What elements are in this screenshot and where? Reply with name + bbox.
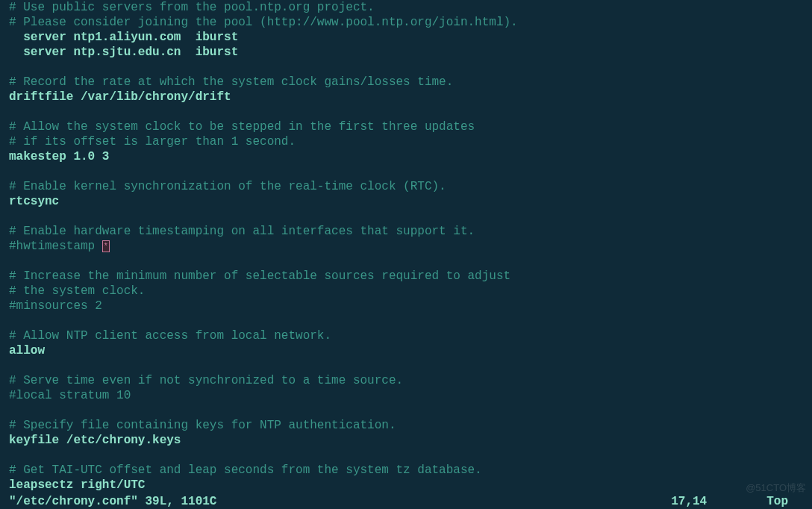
directive-text: allow xyxy=(9,344,45,357)
directive-text: leapsectz right/UTC xyxy=(9,478,145,492)
comment-text: # Use public servers from the pool.ntp.o… xyxy=(9,1,375,14)
editor-line[interactable]: #hwtimestamp xyxy=(9,239,803,254)
directive-text: rtcsync xyxy=(9,195,59,208)
editor-line[interactable]: makestep 1.0 3 xyxy=(9,149,803,164)
directive-text: server ntp.sjtu.edu.cn iburst xyxy=(9,46,238,59)
editor-viewport[interactable]: # Use public servers from the pool.ntp.o… xyxy=(0,0,812,493)
editor-line[interactable]: driftfile /var/lib/chrony/drift xyxy=(9,90,803,104)
editor-line[interactable]: # Get TAI-UTC offset and leap seconds fr… xyxy=(9,463,803,478)
status-file-info: "/etc/chrony.conf" 39L, 1101C xyxy=(9,494,216,509)
comment-text: # Enable hardware timestamping on all in… xyxy=(9,225,475,238)
editor-line[interactable] xyxy=(9,60,803,75)
comment-text: #minsources 2 xyxy=(9,299,102,313)
editor-line[interactable]: rtcsync xyxy=(9,194,803,209)
comment-text: # Please consider joining the pool (http… xyxy=(9,16,518,29)
comment-text: # Allow the system clock to be stepped i… xyxy=(9,120,475,134)
editor-line[interactable]: server ntp.sjtu.edu.cn iburst xyxy=(9,45,803,60)
comment-text: # the system clock. xyxy=(9,284,145,298)
editor-line[interactable]: # Specify file containing keys for NTP a… xyxy=(9,418,803,433)
editor-line[interactable]: #minsources 2 xyxy=(9,299,803,313)
editor-line[interactable]: #local stratum 10 xyxy=(9,388,803,403)
comment-text: # if its offset is larger than 1 second. xyxy=(9,135,296,149)
directive-text: keyfile /etc/chrony.keys xyxy=(9,434,181,447)
directive-text: server ntp1.aliyun.com iburst xyxy=(9,31,238,44)
comment-text: # Record the rate at which the system cl… xyxy=(9,75,453,89)
editor-line[interactable]: # Serve time even if not synchronized to… xyxy=(9,373,803,388)
editor-line[interactable]: # Allow the system clock to be stepped i… xyxy=(9,119,803,134)
editor-line[interactable]: # Increase the minimum number of selecta… xyxy=(9,269,803,284)
editor-line[interactable]: # Enable kernel synchronization of the r… xyxy=(9,179,803,194)
status-cursor-position: 17,14 xyxy=(671,494,766,509)
directive-text: driftfile /var/lib/chrony/drift xyxy=(9,90,231,104)
comment-text: # Serve time even if not synchronized to… xyxy=(9,374,403,387)
editor-line[interactable]: # Record the rate at which the system cl… xyxy=(9,75,803,90)
editor-line[interactable]: leapsectz right/UTC xyxy=(9,478,803,493)
comment-text: # Increase the minimum number of selecta… xyxy=(9,269,510,283)
editor-line[interactable] xyxy=(9,104,803,119)
editor-line[interactable]: # if its offset is larger than 1 second. xyxy=(9,134,803,149)
editor-line[interactable]: # Please consider joining the pool (http… xyxy=(9,15,803,30)
editor-line[interactable]: server ntp1.aliyun.com iburst xyxy=(9,30,803,45)
editor-line[interactable] xyxy=(9,403,803,418)
comment-text: # Get TAI-UTC offset and leap seconds fr… xyxy=(9,463,482,477)
editor-line[interactable]: allow xyxy=(9,343,803,358)
status-scroll-indicator: Top xyxy=(766,494,803,509)
comment-text: #hwtimestamp xyxy=(9,240,102,253)
editor-line[interactable]: # Enable hardware timestamping on all in… xyxy=(9,224,803,239)
editor-line[interactable] xyxy=(9,313,803,328)
comment-text: #local stratum 10 xyxy=(9,389,131,402)
directive-text: makestep 1.0 3 xyxy=(9,150,109,163)
editor-line[interactable] xyxy=(9,209,803,224)
vim-status-bar: "/etc/chrony.conf" 39L, 1101C 17,14 Top xyxy=(0,494,812,509)
editor-line[interactable] xyxy=(9,358,803,373)
editor-line[interactable]: # Allow NTP client access from local net… xyxy=(9,328,803,343)
editor-line[interactable]: # Use public servers from the pool.ntp.o… xyxy=(9,0,803,15)
editor-line[interactable] xyxy=(9,164,803,179)
editor-line[interactable] xyxy=(9,448,803,463)
cursor-icon xyxy=(102,240,110,252)
editor-line[interactable]: # the system clock. xyxy=(9,284,803,299)
comment-text: # Enable kernel synchronization of the r… xyxy=(9,180,446,193)
comment-text: # Allow NTP client access from local net… xyxy=(9,329,331,343)
comment-text: # Specify file containing keys for NTP a… xyxy=(9,419,396,432)
editor-line[interactable]: keyfile /etc/chrony.keys xyxy=(9,433,803,448)
editor-line[interactable] xyxy=(9,254,803,269)
